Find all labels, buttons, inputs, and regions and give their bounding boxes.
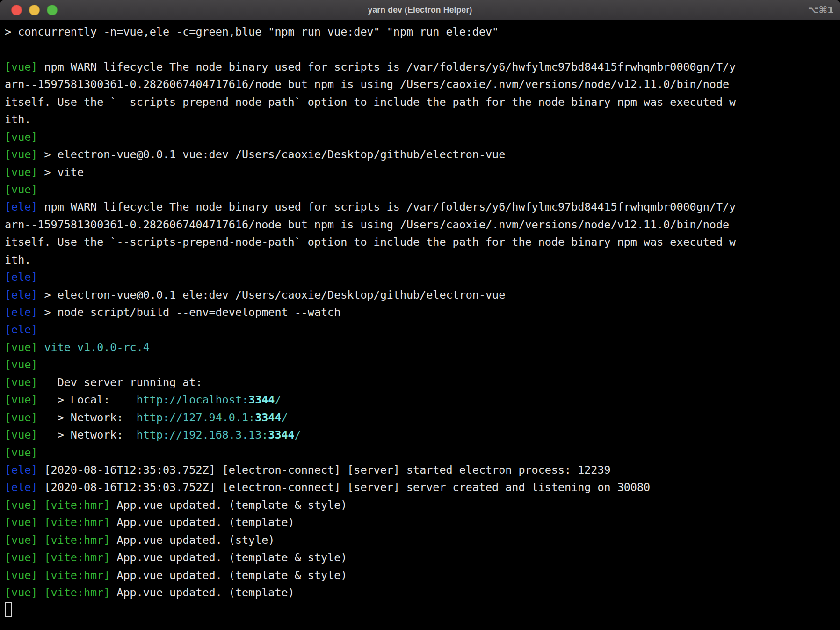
terminal-text-segment: App.vue updated. (template & style) (110, 551, 347, 564)
terminal-text-segment: http://192.168.3.13: (137, 428, 268, 441)
terminal-line: [vue] (5, 181, 840, 198)
terminal-line: [vue] npm WARN lifecycle The node binary… (5, 59, 840, 76)
terminal-text-segment: [vue] (5, 376, 37, 389)
terminal-text-segment: [ele] (5, 463, 37, 476)
terminal-text-segment: Dev server running at: (37, 376, 202, 389)
window-title: yarn dev (Electron Helper) (0, 0, 840, 20)
terminal-screen[interactable]: > concurrently -n=vue,ele -c=green,blue … (0, 20, 840, 630)
terminal-line: [vue] > Network: http://192.168.3.13:334… (5, 426, 840, 444)
terminal-line: arn--1597581300361-0.2826067404717616/no… (5, 76, 840, 93)
terminal-line: [vue] > Local: http://localhost:3344/ (5, 391, 840, 409)
terminal-window: yarn dev (Electron Helper) ⌥⌘1 > concurr… (0, 0, 840, 630)
terminal-text-segment: App.vue updated. (template) (110, 516, 294, 529)
terminal-text-segment (37, 551, 44, 564)
close-button[interactable] (11, 5, 22, 15)
terminal-text-segment: > Network: (37, 428, 136, 441)
terminal-text-segment: npm WARN lifecycle The node binary used … (37, 60, 736, 73)
terminal-text-segment: App.vue updated. (template) (110, 586, 294, 599)
terminal-text-segment: [2020-08-16T12:35:03.752Z] [electron-con… (37, 481, 650, 494)
terminal-text-segment: arn--1597581300361-0.2826067404717616/no… (5, 218, 729, 231)
terminal-line: [vue] (5, 356, 840, 374)
terminal-text-segment: / (295, 428, 301, 441)
terminal-line: [vue] [vite:hmr] App.vue updated. (templ… (5, 497, 840, 514)
terminal-line (5, 41, 840, 58)
terminal-line: [ele] (5, 269, 840, 286)
terminal-text-segment: [vue] (5, 358, 37, 371)
terminal-line: [ele] [2020-08-16T12:35:03.752Z] [electr… (5, 462, 840, 479)
terminal-line: itself. Use the `--scripts-prepend-node-… (5, 234, 840, 251)
terminal-line: [vue] Dev server running at: (5, 374, 840, 391)
terminal-text-segment: > electron-vue@0.0.1 vue:dev /Users/caox… (37, 148, 505, 161)
terminal-text-segment: [vue] (5, 534, 37, 547)
terminal-text-segment: [vue] (5, 166, 37, 179)
terminal-text-segment: > electron-vue@0.0.1 ele:dev /Users/caox… (37, 288, 505, 301)
terminal-text-segment: ith. (5, 113, 31, 126)
terminal-text-segment: [ele] (5, 288, 37, 301)
terminal-text-segment: [vue] (5, 551, 37, 564)
terminal-text-segment: [vue] (5, 411, 37, 424)
terminal-text-segment: App.vue updated. (template & style) (110, 498, 347, 512)
terminal-text-segment: npm WARN lifecycle The node binary used … (37, 200, 736, 213)
terminal-line: [vue] [vite:hmr] App.vue updated. (templ… (5, 549, 840, 566)
terminal-line: [vue] [vite:hmr] App.vue updated. (style… (5, 532, 840, 549)
terminal-line: [vue] > vite (5, 164, 840, 181)
terminal-text-segment: [vue] (5, 428, 37, 441)
terminal-text-segment: [vite:hmr] (44, 516, 110, 529)
terminal-line (5, 601, 840, 619)
terminal-line: [ele] (5, 321, 840, 338)
terminal-line: [ele] [2020-08-16T12:35:03.752Z] [electr… (5, 479, 840, 496)
terminal-text-segment: [vue] (5, 341, 37, 354)
terminal-text-segment (37, 569, 44, 582)
terminal-text-segment: / (282, 411, 288, 424)
terminal-line: [vue] (5, 444, 840, 462)
terminal-line: [vue] > electron-vue@0.0.1 vue:dev /User… (5, 146, 840, 163)
terminal-line: arn--1597581300361-0.2826067404717616/no… (5, 216, 840, 234)
terminal-text-segment (37, 586, 44, 599)
traffic-lights (0, 5, 58, 15)
terminal-line: ith. (5, 251, 840, 269)
terminal-line: > concurrently -n=vue,ele -c=green,blue … (5, 23, 840, 41)
terminal-text-segment (37, 498, 44, 512)
terminal-text-segment: [vue] (5, 516, 37, 529)
terminal-text-segment: > concurrently -n=vue,ele -c=green,blue … (5, 25, 499, 38)
terminal-text-segment: [vite:hmr] (44, 498, 110, 512)
terminal-text-segment: [vue] (5, 446, 37, 459)
terminal-text-segment: itself. Use the `--scripts-prepend-node-… (5, 235, 736, 249)
terminal-text-segment: App.vue updated. (style) (110, 534, 275, 547)
terminal-text-segment: > node script/build --env=development --… (37, 306, 340, 319)
terminal-line: [vue] vite v1.0.0-rc.4 (5, 339, 840, 356)
terminal-line: [ele] > electron-vue@0.0.1 ele:dev /User… (5, 286, 840, 304)
terminal-text-segment: [vite:hmr] (44, 569, 110, 582)
terminal-text-segment (37, 341, 44, 354)
terminal-text-segment: 3344 (248, 393, 275, 406)
terminal-text-segment: http://127.94.0.1: (137, 411, 255, 424)
terminal-text-segment: http://localhost: (137, 393, 248, 406)
terminal-text-segment: [vue] (5, 60, 37, 73)
terminal-text-segment (37, 534, 44, 547)
terminal-line: itself. Use the `--scripts-prepend-node-… (5, 94, 840, 111)
terminal-text-segment: [vue] (5, 498, 37, 512)
terminal-text-segment: arn--1597581300361-0.2826067404717616/no… (5, 78, 729, 91)
terminal-text-segment: [vue] (5, 569, 37, 582)
minimize-button[interactable] (29, 5, 40, 15)
terminal-text-segment (37, 516, 44, 529)
terminal-text-segment: vite v1.0.0-rc.4 (44, 341, 150, 354)
fullscreen-button[interactable] (47, 5, 58, 15)
terminal-line: [ele] > node script/build --env=developm… (5, 304, 840, 321)
terminal-line: [vue] [vite:hmr] App.vue updated. (templ… (5, 584, 840, 601)
keyboard-shortcut-badge: ⌥⌘1 (808, 4, 840, 15)
terminal-text-segment: [2020-08-16T12:35:03.752Z] [electron-con… (37, 463, 610, 476)
terminal-line: ith. (5, 111, 840, 128)
terminal-text-segment: 3344 (268, 428, 294, 441)
terminal-text-segment: [vite:hmr] (44, 551, 110, 564)
terminal-text-segment: [vue] (5, 586, 37, 599)
terminal-text-segment: [ele] (5, 271, 37, 284)
terminal-text-segment: [vite:hmr] (44, 534, 110, 547)
terminal-text-segment: [vue] (5, 131, 37, 144)
titlebar[interactable]: yarn dev (Electron Helper) ⌥⌘1 (0, 0, 840, 20)
terminal-cursor (5, 602, 12, 617)
terminal-text-segment: / (275, 393, 281, 406)
terminal-text-segment: [ele] (5, 481, 37, 494)
terminal-text-segment: [ele] (5, 323, 37, 336)
terminal-text-segment: ith. (5, 253, 31, 266)
